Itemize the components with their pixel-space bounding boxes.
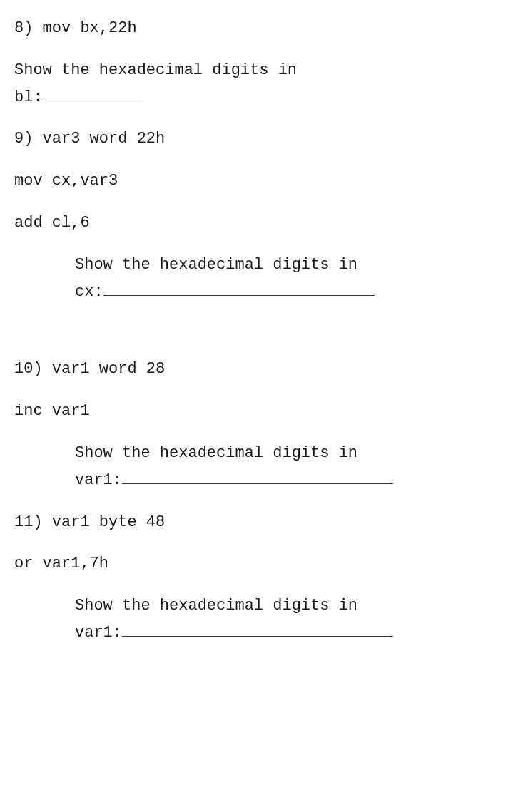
answer-blank[interactable]: [122, 620, 393, 637]
question-9-prompt: Show the hexadecimal digits in cx:: [14, 255, 504, 304]
question-8: 8) mov bx,22h: [14, 18, 504, 40]
code-line: 9) var3 word 22h: [14, 128, 504, 150]
prompt-label: var1:: [75, 624, 122, 642]
code-line: 8) mov bx,22h: [14, 18, 504, 40]
prompt-blank-line: cx:: [75, 279, 504, 304]
code-line: 10) var1 word 28: [14, 359, 504, 381]
prompt-label: var1:: [75, 471, 122, 489]
question-10-code: inc var1: [14, 401, 504, 423]
code-line: add cl,6: [14, 212, 504, 235]
question-11-code: or var1,7h: [14, 553, 504, 575]
prompt-label: bl:: [14, 88, 43, 106]
code-line: 11) var1 byte 48: [14, 512, 504, 534]
prompt-text: Show the hexadecimal digits in: [14, 60, 504, 82]
code-line: inc var1: [14, 401, 504, 423]
question-10-prompt: Show the hexadecimal digits in var1:: [14, 443, 504, 492]
code-line: or var1,7h: [14, 553, 504, 575]
prompt-blank-line: bl:: [14, 85, 504, 109]
answer-blank[interactable]: [43, 85, 143, 101]
prompt-text: Show the hexadecimal digits in: [75, 255, 504, 277]
answer-blank[interactable]: [122, 468, 393, 484]
question-11: 11) var1 byte 48: [14, 512, 504, 534]
question-10: 10) var1 word 28: [14, 359, 504, 381]
question-9-code: add cl,6: [14, 212, 504, 235]
prompt-blank-line: var1:: [75, 468, 504, 492]
question-11-prompt: Show the hexadecimal digits in var1:: [14, 595, 504, 644]
answer-blank[interactable]: [103, 279, 375, 296]
question-8-prompt: Show the hexadecimal digits in bl:: [14, 60, 504, 109]
prompt-text: Show the hexadecimal digits in: [75, 443, 504, 465]
prompt-blank-line: var1:: [75, 620, 504, 644]
question-9-code: mov cx,var3: [14, 170, 504, 192]
code-line: mov cx,var3: [14, 170, 504, 192]
prompt-label: cx:: [75, 283, 103, 301]
prompt-text: Show the hexadecimal digits in: [75, 595, 504, 617]
question-9: 9) var3 word 22h: [14, 128, 504, 150]
